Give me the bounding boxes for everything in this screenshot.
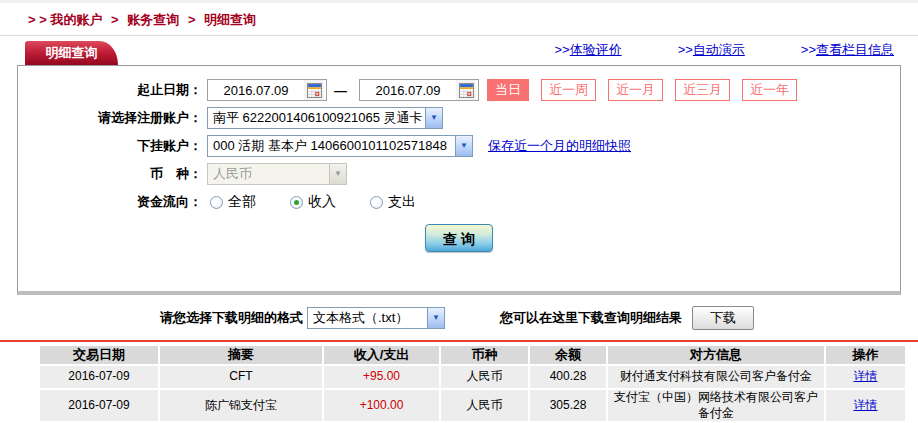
quick-range-buttons: 当日 近一周 近一月 近三月 近一年 — [487, 79, 797, 101]
fund-flow-income-option[interactable]: 收入 — [290, 193, 336, 211]
radio-label[interactable]: 收入 — [308, 193, 336, 211]
start-date-input[interactable] — [208, 81, 304, 99]
cell-currency: 人民币 — [441, 366, 528, 388]
query-button-row: 查 询 — [18, 224, 900, 252]
link-label: 查看栏目信息 — [816, 42, 894, 57]
currency-label: 币 种： — [18, 165, 202, 183]
query-form-panel: 起止日期： — — [17, 65, 901, 295]
download-hint: 您可以在这里下载查询明细结果 — [500, 309, 682, 327]
quick-range-month-button[interactable]: 近一月 — [608, 79, 663, 101]
link-arrows: >> — [801, 42, 816, 57]
sub-account-select[interactable]: 000 活期 基本户 1406600101102571848 ▼ — [207, 135, 473, 157]
register-account-value: 南平 6222001406100921065 灵通卡 — [208, 109, 425, 127]
cell-balance: 305.28 — [530, 390, 606, 421]
cell-trade-date: 2016-07-09 — [40, 390, 158, 421]
cell-action: 详情 — [826, 366, 905, 388]
download-button[interactable]: 下载 — [692, 306, 754, 330]
cell-counterparty: 支付宝（中国）网络技术有限公司客户备付金 — [608, 390, 824, 421]
table-row: 2016-07-09 陈广锦支付宝 +100.00 人民币 305.28 支付宝… — [40, 390, 905, 421]
quick-range-year-button[interactable]: 近一年 — [742, 79, 797, 101]
tab-detail-query[interactable]: 明细查询 — [25, 41, 118, 65]
breadcrumb-prefix: > > — [28, 12, 47, 27]
results-table: 交易日期 摘要 收入/支出 币种 余额 对方信息 操作 2016-07-09 C… — [38, 344, 907, 423]
link-label: 体验评价 — [570, 42, 622, 57]
cell-summary: 陈广锦支付宝 — [160, 390, 322, 421]
auto-demo-link[interactable]: >>自动演示 — [678, 41, 745, 59]
chevron-down-icon: ▼ — [455, 136, 472, 156]
breadcrumb-separator: > — [111, 12, 119, 27]
currency-row: 币 种： 人民币 ▼ — [18, 163, 900, 185]
breadcrumb-item-account-query[interactable]: 账务查询 — [127, 12, 179, 27]
chevron-down-icon: ▼ — [329, 164, 346, 184]
cell-summary: CFT — [160, 366, 322, 388]
calendar-icon — [459, 83, 474, 98]
experience-rating-link[interactable]: >>体验评价 — [554, 41, 621, 59]
header-counterparty: 对方信息 — [608, 346, 824, 364]
fund-flow-all-option[interactable]: 全部 — [210, 193, 256, 211]
download-format-value: 文本格式（.txt） — [308, 309, 427, 327]
download-format-label: 请您选择下载明细的格式 — [160, 309, 303, 327]
register-account-select[interactable]: 南平 6222001406100921065 灵通卡 ▼ — [207, 107, 443, 129]
header-balance: 余额 — [530, 346, 606, 364]
radio-label[interactable]: 支出 — [388, 193, 416, 211]
sub-account-label: 下挂账户： — [18, 137, 202, 155]
end-date-calendar-button[interactable] — [456, 80, 476, 100]
quick-range-week-button[interactable]: 近一周 — [541, 79, 596, 101]
date-range-row: 起止日期： — — [18, 79, 900, 101]
register-account-label: 请选择注册账户： — [18, 109, 202, 127]
cell-balance: 400.28 — [530, 366, 606, 388]
radio-button-icon[interactable] — [210, 196, 223, 209]
detail-link[interactable]: 详情 — [854, 369, 878, 383]
header-action: 操作 — [826, 346, 905, 364]
header-amount: 收入/支出 — [324, 346, 439, 364]
radio-label[interactable]: 全部 — [228, 193, 256, 211]
cell-trade-date: 2016-07-09 — [40, 366, 158, 388]
table-header-row: 交易日期 摘要 收入/支出 币种 余额 对方信息 操作 — [40, 346, 905, 364]
quick-range-3months-button[interactable]: 近三月 — [675, 79, 730, 101]
sub-account-row: 下挂账户： 000 活期 基本户 1406600101102571848 ▼ 保… — [18, 135, 900, 157]
currency-select: 人民币 ▼ — [207, 163, 347, 185]
red-divider — [0, 340, 918, 342]
download-row: 请您选择下载明细的格式 文本格式（.txt） ▼ 您可以在这里下载查询明细结果 … — [160, 306, 918, 330]
top-links: >>体验评价 >>自动演示 >>查看栏目信息 — [554, 41, 894, 59]
sub-account-value: 000 活期 基本户 1406600101102571848 — [208, 137, 455, 155]
link-arrows: >> — [554, 42, 569, 57]
radio-button-selected-icon[interactable] — [290, 196, 303, 209]
end-date-input[interactable] — [360, 81, 456, 99]
detail-link[interactable]: 详情 — [854, 398, 878, 412]
fund-flow-row: 资金流向： 全部 收入 支出 — [18, 191, 900, 213]
link-label: 自动演示 — [693, 42, 745, 57]
header-trade-date: 交易日期 — [40, 346, 158, 364]
chevron-down-icon: ▼ — [425, 108, 442, 128]
date-range-label: 起止日期： — [18, 81, 202, 99]
cell-counterparty: 财付通支付科技有限公司客户备付金 — [608, 366, 824, 388]
cell-amount: +95.00 — [324, 366, 439, 388]
breadcrumb-item-my-account[interactable]: 我的账户 — [50, 12, 102, 27]
quick-range-today-button[interactable]: 当日 — [487, 79, 529, 101]
breadcrumb: > > 我的账户 > 账务查询 > 明细查询 — [0, 3, 918, 29]
radio-button-icon[interactable] — [370, 196, 383, 209]
header-currency: 币种 — [441, 346, 528, 364]
breadcrumb-item-detail-query[interactable]: 明细查询 — [204, 12, 256, 27]
fund-flow-radio-group: 全部 收入 支出 — [210, 193, 450, 211]
currency-value: 人民币 — [208, 165, 329, 183]
download-format-select[interactable]: 文本格式（.txt） ▼ — [307, 307, 445, 329]
header-summary: 摘要 — [160, 346, 322, 364]
view-column-info-link[interactable]: >>查看栏目信息 — [801, 41, 894, 59]
breadcrumb-separator: > — [188, 12, 196, 27]
fund-flow-label: 资金流向： — [18, 193, 202, 211]
fund-flow-expense-option[interactable]: 支出 — [370, 193, 416, 211]
save-snapshot-link[interactable]: 保存近一个月的明细快照 — [488, 137, 631, 155]
cell-currency: 人民币 — [441, 390, 528, 421]
query-button[interactable]: 查 询 — [425, 224, 493, 252]
tab-bar: 明细查询 >>体验评价 >>自动演示 >>查看栏目信息 — [0, 36, 918, 65]
table-row: 2016-07-09 CFT +95.00 人民币 400.28 财付通支付科技… — [40, 366, 905, 388]
calendar-icon — [307, 83, 322, 98]
start-date-calendar-button[interactable] — [304, 80, 324, 100]
start-date-box — [207, 79, 327, 101]
cell-action: 详情 — [826, 390, 905, 421]
register-account-row: 请选择注册账户： 南平 6222001406100921065 灵通卡 ▼ — [18, 107, 900, 129]
link-arrows: >> — [678, 42, 693, 57]
cell-amount: +100.00 — [324, 390, 439, 421]
date-range-dash: — — [334, 83, 347, 98]
